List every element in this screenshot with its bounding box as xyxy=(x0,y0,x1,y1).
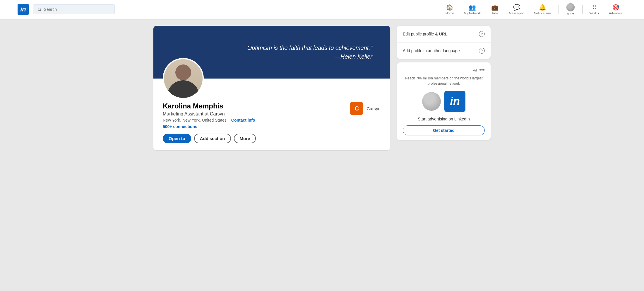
ad-profile-avatar xyxy=(422,92,441,111)
avatar-person xyxy=(164,59,203,98)
search-icon xyxy=(37,7,42,12)
profile-card: "Optimism is the faith that leads to ach… xyxy=(153,26,390,150)
profile-avatar-section: C Carsyn Karolina Memphis Marketing Assi… xyxy=(153,79,390,150)
jobs-icon: 💼 xyxy=(491,4,499,11)
profile-actions: Open to Add section More xyxy=(163,134,381,143)
open-to-button[interactable]: Open to xyxy=(163,134,191,143)
nav-items: 🏠 Home 👥 My Network 💼 Jobs 💬 Messaging 🔔… xyxy=(441,2,626,17)
profile-avatar-wrapper xyxy=(163,58,204,99)
notifications-icon: 🔔 xyxy=(539,4,546,11)
work-icon: ⠿ xyxy=(592,4,597,11)
nav-item-notifications[interactable]: 🔔 Notifications xyxy=(530,3,556,16)
nav-item-home[interactable]: 🏠 Home xyxy=(441,3,458,16)
add-language-profile-item[interactable]: Add profile in another language ? xyxy=(397,42,491,59)
profile-location: New York, New York, United States · Cont… xyxy=(163,118,381,122)
sidebar: Edit public profile & URL ? Add profile … xyxy=(397,26,491,140)
my-network-icon: 👥 xyxy=(469,4,476,11)
advertise-icon: 🎯 xyxy=(612,4,619,11)
help-icon-language: ? xyxy=(479,48,485,54)
ad-description: Reach 706 million members on the world's… xyxy=(403,76,485,86)
nav-item-advertise[interactable]: 🎯 Advertise xyxy=(605,3,626,16)
nav-divider-2 xyxy=(582,5,583,14)
banner-quote: "Optimism is the faith that leads to ach… xyxy=(245,43,372,61)
connections-link[interactable]: 500+ connections xyxy=(163,124,381,129)
search-bar[interactable] xyxy=(33,4,115,14)
get-started-button[interactable]: Get started xyxy=(403,125,485,135)
ad-images: in xyxy=(403,91,485,112)
sidebar-profile-options: Edit public profile & URL ? Add profile … xyxy=(397,26,491,59)
linkedin-logo[interactable]: in xyxy=(18,4,29,15)
nav-item-my-network[interactable]: 👥 My Network xyxy=(460,3,485,16)
nav-item-me[interactable]: Me ▾ xyxy=(562,2,579,17)
page-content: "Optimism is the faith that leads to ach… xyxy=(146,26,498,150)
company-logo[interactable]: C xyxy=(350,102,363,115)
add-section-button[interactable]: Add section xyxy=(194,134,231,143)
nav-divider xyxy=(559,5,559,14)
messaging-icon: 💬 xyxy=(513,4,520,11)
avatar xyxy=(566,3,575,11)
profile-avatar xyxy=(163,58,204,99)
nav-item-jobs[interactable]: 💼 Jobs xyxy=(486,3,503,16)
svg-point-0 xyxy=(38,8,40,10)
ad-card: Ad ••• Reach 706 million members on the … xyxy=(397,62,491,140)
contact-info-link[interactable]: Contact info xyxy=(231,118,255,122)
profile-title: Marketing Assistant at Carsyn xyxy=(163,111,381,117)
search-input[interactable] xyxy=(44,7,110,12)
nav-item-work[interactable]: ⠿ Work ▾ xyxy=(585,3,604,16)
svg-line-1 xyxy=(40,10,41,11)
ad-cta-text: Start advertising on LinkedIn xyxy=(403,117,485,121)
ad-linkedin-logo: in xyxy=(444,91,465,112)
navbar: in 🏠 Home 👥 My Network 💼 Jobs 💬 Messagin… xyxy=(0,0,644,19)
ad-header: Ad ••• xyxy=(403,67,485,73)
nav-item-messaging[interactable]: 💬 Messaging xyxy=(505,3,528,16)
company-badge: C Carsyn xyxy=(350,102,381,115)
profile-name: Karolina Memphis xyxy=(163,102,381,110)
ad-more-button[interactable]: ••• xyxy=(479,67,485,73)
edit-public-profile-item[interactable]: Edit public profile & URL ? xyxy=(397,26,491,42)
home-icon: 🏠 xyxy=(446,4,453,11)
help-icon-edit: ? xyxy=(479,31,485,37)
more-button[interactable]: More xyxy=(234,134,256,143)
